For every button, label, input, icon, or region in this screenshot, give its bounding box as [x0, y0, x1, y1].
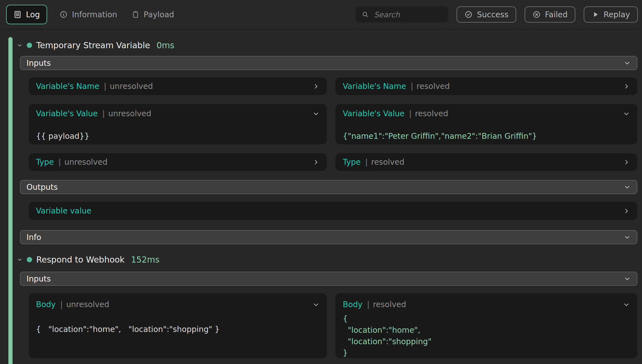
chevron-down-icon — [624, 59, 631, 67]
tab-information[interactable]: Information — [59, 10, 117, 19]
field-row-variables-value: Variable's Value | unresolved {{ payload… — [29, 104, 637, 144]
inputs-section-label: Inputs — [26, 59, 51, 68]
success-icon — [464, 10, 473, 19]
field-separator: | — [367, 300, 370, 309]
payload-icon — [132, 10, 139, 19]
field-card-variables-value-resolved[interactable]: Variable's Value | resolved {"name1":"Pe… — [336, 104, 637, 144]
field-name: Type — [343, 157, 361, 167]
field-separator: | — [365, 157, 368, 167]
field-card-type-resolved[interactable]: Type | resolved — [336, 153, 637, 171]
replay-icon — [592, 11, 599, 18]
field-value: {"name1":"Peter Griffin","name2":"Brian … — [343, 132, 630, 141]
chevron-right-icon — [623, 159, 630, 166]
chevron-down-icon — [623, 301, 630, 308]
failed-filter-label: Failed — [545, 10, 568, 19]
field-separator: | — [411, 82, 413, 91]
step-duration: 0ms — [156, 40, 174, 50]
field-card-variables-name-unresolved[interactable]: Variable's Name | unresolved — [29, 77, 327, 95]
field-name: Variable's Name — [343, 82, 406, 91]
chevron-right-icon — [312, 83, 320, 90]
info-section-bar[interactable]: Info — [20, 230, 637, 244]
log-content: Temporary Stream Variable 0ms Inputs Var… — [0, 39, 642, 358]
field-card-type-unresolved[interactable]: Type | unresolved — [29, 153, 327, 171]
failed-filter-button[interactable]: Failed — [525, 6, 575, 23]
field-state: unresolved — [64, 157, 108, 167]
tab-payload[interactable]: Payload — [132, 10, 174, 19]
field-separator: | — [60, 300, 63, 309]
field-value: { "location":"home", "location":"shoppin… — [343, 313, 630, 359]
field-state: resolved — [415, 109, 448, 118]
field-separator: | — [104, 82, 106, 91]
chevron-right-icon — [623, 83, 630, 90]
outputs-section-label: Outputs — [26, 183, 58, 192]
search-input[interactable] — [374, 10, 445, 19]
field-card-body-unresolved[interactable]: Body | unresolved { "location":"home", "… — [29, 293, 327, 358]
success-filter-label: Success — [477, 10, 508, 19]
inputs-section-bar[interactable]: Inputs — [20, 56, 637, 70]
field-state: unresolved — [110, 82, 153, 91]
chevron-down-icon — [312, 301, 320, 308]
chevron-down-icon — [624, 275, 631, 282]
info-icon — [59, 10, 68, 19]
field-separator: | — [102, 109, 105, 118]
success-filter-button[interactable]: Success — [457, 6, 516, 23]
toolbar: Log Information Payload Success — [0, 0, 642, 30]
field-state: resolved — [417, 82, 450, 91]
output-row-variable-value: Variable value — [29, 202, 637, 220]
field-row-variables-name: Variable's Name | unresolved Variable's … — [29, 77, 637, 95]
field-name: Variable's Value — [343, 109, 404, 118]
field-state: resolved — [371, 157, 404, 167]
step-duration: 152ms — [131, 255, 160, 264]
step-header-temporary-stream-variable[interactable]: Temporary Stream Variable 0ms — [17, 39, 637, 52]
timeline-accent-bar — [8, 37, 13, 364]
tab-log-label: Log — [26, 10, 40, 19]
field-value: {{ payload}} — [36, 132, 320, 141]
chevron-down-icon — [624, 183, 631, 191]
field-name: Body — [36, 300, 56, 309]
field-card-variables-value-unresolved[interactable]: Variable's Value | unresolved {{ payload… — [29, 104, 327, 144]
output-card-variable-value[interactable]: Variable value — [29, 202, 637, 220]
log-icon — [13, 10, 22, 19]
outputs-section-bar[interactable]: Outputs — [20, 180, 637, 194]
field-state: unresolved — [108, 109, 151, 118]
field-state: resolved — [373, 300, 406, 309]
field-name: Type — [36, 157, 54, 167]
step-status-dot — [27, 257, 32, 262]
chevron-down-icon — [17, 42, 23, 48]
field-row-type: Type | unresolved Type | resolved — [29, 153, 637, 171]
info-section-label: Info — [26, 233, 41, 242]
field-card-variables-name-resolved[interactable]: Variable's Name | resolved — [336, 77, 637, 95]
chevron-down-icon — [624, 234, 631, 241]
field-name: Variable's Value — [36, 109, 98, 118]
search-box — [356, 6, 448, 23]
field-value: { "location":"home", "location":"shoppin… — [36, 325, 320, 334]
field-name: Variable's Name — [36, 82, 99, 91]
tab-information-label: Information — [72, 10, 117, 19]
tab-log[interactable]: Log — [6, 5, 47, 24]
search-icon — [362, 10, 369, 19]
chevron-down-icon — [623, 110, 630, 117]
field-card-body-resolved[interactable]: Body | resolved { "location":"home", "lo… — [336, 293, 637, 358]
chevron-down-icon — [17, 257, 23, 263]
step-title: Temporary Stream Variable — [36, 40, 150, 50]
field-name: Body — [343, 300, 363, 309]
field-separator: | — [58, 157, 61, 167]
replay-button[interactable]: Replay — [584, 6, 638, 23]
step-status-dot — [27, 43, 32, 48]
chevron-down-icon — [312, 110, 320, 117]
field-state: unresolved — [66, 300, 109, 309]
chevron-right-icon — [312, 159, 320, 166]
step-header-respond-to-webhook[interactable]: Respond to Webhook 152ms — [17, 253, 637, 266]
output-name: Variable value — [36, 206, 91, 215]
replay-label: Replay — [604, 10, 630, 19]
inputs-section-label: Inputs — [26, 274, 51, 283]
step-title: Respond to Webhook — [36, 255, 125, 264]
failed-icon — [532, 10, 541, 19]
tab-payload-label: Payload — [144, 10, 174, 19]
field-separator: | — [409, 109, 411, 118]
inputs-section-bar-webhook[interactable]: Inputs — [20, 272, 637, 286]
field-row-body: Body | unresolved { "location":"home", "… — [29, 293, 637, 358]
chevron-right-icon — [623, 207, 630, 215]
